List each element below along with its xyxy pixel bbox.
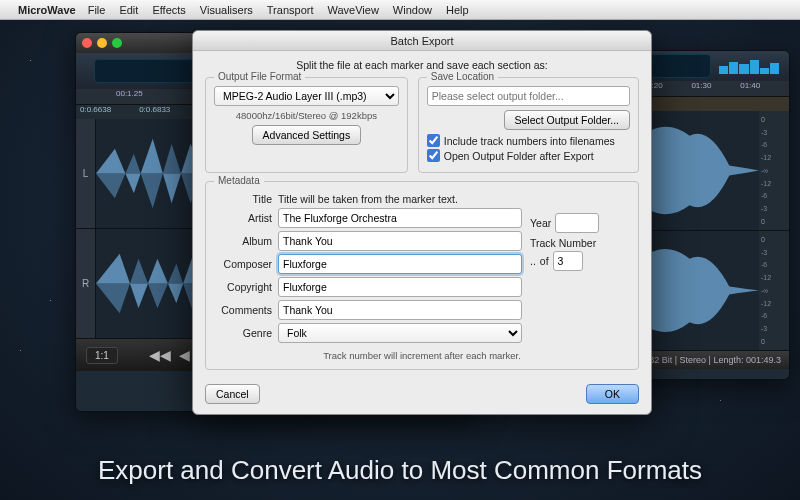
menu-effects[interactable]: Effects bbox=[152, 4, 185, 16]
copyright-label: Copyright bbox=[214, 281, 278, 293]
checkbox-icon[interactable] bbox=[427, 149, 440, 162]
menu-waveview[interactable]: WaveView bbox=[327, 4, 378, 16]
track-total-field[interactable] bbox=[553, 251, 583, 271]
dialog-title: Batch Export bbox=[193, 31, 651, 51]
comments-label: Comments bbox=[214, 304, 278, 316]
album-label: Album bbox=[214, 235, 278, 247]
traffic-lights[interactable] bbox=[82, 38, 122, 48]
menubar: MicroWave File Edit Effects Visualisers … bbox=[0, 0, 800, 20]
marketing-tagline: Export and Convert Audio to Most Common … bbox=[0, 455, 800, 486]
artist-label: Artist bbox=[214, 212, 278, 224]
format-select[interactable]: MPEG-2 Audio Layer III (.mp3) bbox=[214, 86, 399, 106]
genre-label: Genre bbox=[214, 327, 278, 339]
title-note: Title will be taken from the marker text… bbox=[278, 193, 522, 205]
menu-visualisers[interactable]: Visualisers bbox=[200, 4, 253, 16]
composer-field[interactable] bbox=[278, 254, 522, 274]
open-folder-after-export-checkbox[interactable]: Open Output Folder after Export bbox=[427, 149, 630, 162]
ruler-tick: 01:40 bbox=[740, 81, 789, 96]
select-output-folder-button[interactable]: Select Output Folder... bbox=[504, 110, 630, 130]
ok-button[interactable]: OK bbox=[586, 384, 639, 404]
group-legend: Metadata bbox=[214, 175, 264, 186]
checkbox-label: Include track numbers into filenames bbox=[444, 135, 615, 147]
close-icon[interactable] bbox=[82, 38, 92, 48]
cancel-button[interactable]: Cancel bbox=[205, 384, 260, 404]
menu-transport[interactable]: Transport bbox=[267, 4, 314, 16]
year-label: Year bbox=[530, 217, 551, 229]
artist-field[interactable] bbox=[278, 208, 522, 228]
year-field[interactable] bbox=[555, 213, 599, 233]
of-label: of bbox=[540, 255, 549, 267]
save-location-group: Save Location Select Output Folder... In… bbox=[418, 77, 639, 173]
checkbox-label: Open Output Folder after Export bbox=[444, 150, 594, 162]
copyright-field[interactable] bbox=[278, 277, 522, 297]
genre-select[interactable]: Folk bbox=[278, 323, 522, 343]
menu-file[interactable]: File bbox=[88, 4, 106, 16]
level-meter bbox=[719, 58, 779, 74]
rewind-icon[interactable]: ◀◀ bbox=[149, 347, 171, 363]
output-format-group: Output File Format MPEG-2 Audio Layer II… bbox=[205, 77, 408, 173]
minimize-icon[interactable] bbox=[97, 38, 107, 48]
include-track-numbers-checkbox[interactable]: Include track numbers into filenames bbox=[427, 134, 630, 147]
pos-tick: 0:0.6833 bbox=[139, 105, 170, 119]
title-label: Title bbox=[214, 193, 278, 205]
zoom-icon[interactable] bbox=[112, 38, 122, 48]
menu-help[interactable]: Help bbox=[446, 4, 469, 16]
increment-note: Track number will increment after each m… bbox=[214, 350, 630, 361]
advanced-settings-button[interactable]: Advanced Settings bbox=[252, 125, 362, 145]
menu-window[interactable]: Window bbox=[393, 4, 432, 16]
group-legend: Save Location bbox=[427, 71, 498, 82]
composer-label: Composer bbox=[214, 258, 278, 270]
group-legend: Output File Format bbox=[214, 71, 305, 82]
dialog-subtitle: Split the file at each marker and save e… bbox=[205, 59, 639, 71]
metadata-group: Metadata Title Title will be taken from … bbox=[205, 181, 639, 370]
output-folder-input[interactable] bbox=[427, 86, 630, 106]
channel-label: L bbox=[76, 119, 96, 228]
zoom-level[interactable]: 1:1 bbox=[86, 347, 118, 364]
album-field[interactable] bbox=[278, 231, 522, 251]
db-scale: 0-3 -6-12 -∞-12 -6-3 0 bbox=[759, 231, 789, 350]
prev-icon[interactable]: ◀ bbox=[179, 347, 190, 363]
pos-tick: 0:0.6638 bbox=[80, 105, 111, 119]
track-number-label: Track Number bbox=[530, 237, 630, 249]
checkbox-icon[interactable] bbox=[427, 134, 440, 147]
format-info: 48000hz/16bit/Stereo @ 192kbps bbox=[214, 110, 399, 121]
db-scale: 0-3 -6-12 -∞-12 -6-3 0 bbox=[759, 111, 789, 230]
comments-field[interactable] bbox=[278, 300, 522, 320]
batch-export-dialog: Batch Export Split the file at each mark… bbox=[192, 30, 652, 415]
channel-label: R bbox=[76, 229, 96, 338]
app-name[interactable]: MicroWave bbox=[18, 4, 76, 16]
ruler-tick: 01:30 bbox=[691, 81, 740, 96]
menu-edit[interactable]: Edit bbox=[119, 4, 138, 16]
